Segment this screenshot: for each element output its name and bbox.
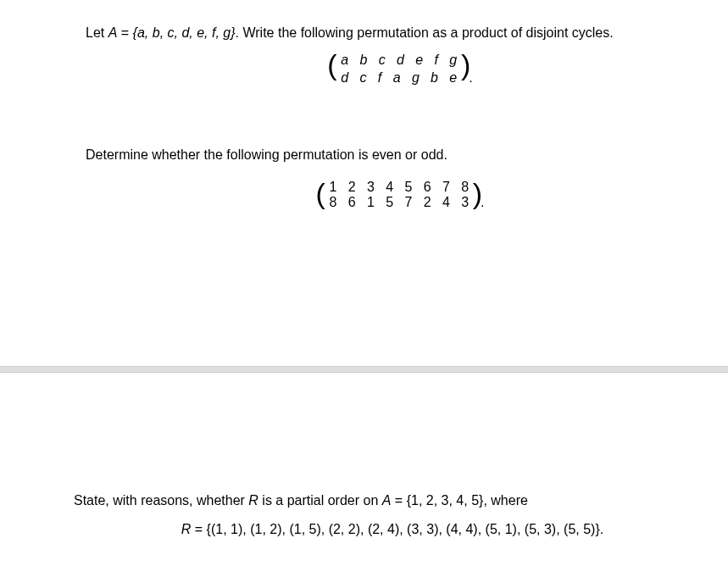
text-suffix: . Write the following permutation as a p… — [236, 25, 614, 40]
matrix1-container: ( a b c d e f g d c f a g b e ) . — [86, 49, 720, 89]
r-set: {(1, 1), (1, 2), (1, 5), (2, 2), (2, 4),… — [207, 522, 604, 536]
problem3-text: State, with reasons, whether R is a part… — [74, 491, 711, 510]
relation-definition: R = {(1, 1), (1, 2), (1, 5), (2, 2), (2,… — [74, 520, 711, 539]
p3-prefix: State, with reasons, whether — [74, 493, 248, 508]
matrix2-row-bottom: 8 6 1 5 7 2 4 3 — [330, 195, 470, 210]
right-paren-icon: ) — [473, 176, 482, 210]
problem2-prompt: Determine whether the following permutat… — [86, 147, 447, 162]
a-label: A — [382, 493, 392, 508]
matrix2-row-top: 1 2 3 4 5 6 7 8 — [330, 180, 470, 195]
right-paren-icon: ) — [461, 47, 470, 81]
section-divider — [0, 366, 728, 373]
matrix1-row-bottom: d c f a g b e — [341, 69, 457, 87]
set-label: A — [108, 25, 118, 40]
p3-suffix: , where — [483, 493, 527, 508]
left-paren-icon: ( — [316, 176, 325, 210]
matrix1-row-top: a b c d e f g — [341, 51, 457, 69]
r-label: R — [248, 493, 258, 508]
r-eq-sign: = — [191, 522, 206, 536]
p3-mid: is a partial order on — [258, 493, 382, 508]
page: Let A = {a, b, c, d, e, f, g}. Write the… — [0, 0, 728, 577]
problem2-text: Determine whether the following permutat… — [86, 146, 720, 164]
problem1-text: Let A = {a, b, c, d, e, f, g}. Write the… — [86, 24, 720, 89]
r-eq-label: R — [181, 522, 192, 536]
p3-eq: = — [391, 493, 406, 508]
set-value: {a, b, c, d, e, f, g} — [133, 25, 236, 40]
matrix2-container: ( 1 2 3 4 5 6 7 8 8 6 1 5 7 2 4 3 ) . — [86, 178, 720, 212]
left-paren-icon: ( — [327, 47, 336, 81]
eq-sign: = — [117, 25, 132, 40]
permutation-matrix-2: ( 1 2 3 4 5 6 7 8 8 6 1 5 7 2 4 3 ) — [321, 178, 478, 212]
text-prefix: Let — [86, 25, 108, 40]
permutation-matrix-1: ( a b c d e f g d c f a g b e ) — [332, 49, 465, 89]
a-set: {1, 2, 3, 4, 5} — [407, 493, 484, 508]
